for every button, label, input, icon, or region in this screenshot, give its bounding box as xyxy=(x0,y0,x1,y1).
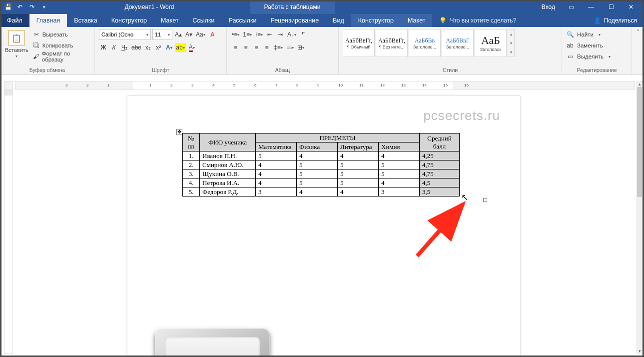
cell-fio[interactable]: Смирнов А.Ю. xyxy=(200,160,256,170)
tab-review[interactable]: Рецензирование xyxy=(264,14,326,27)
table-row[interactable]: 5.Федоров Р.Д.34433,5 xyxy=(183,188,460,196)
table-row[interactable]: 2.Смирнов А.Ю.45554,75 xyxy=(183,160,460,170)
multilevel-button[interactable]: ⁝≡ xyxy=(254,30,264,39)
cell-grade[interactable]: 4 xyxy=(379,178,420,188)
cell-fio[interactable]: Щукина О.В. xyxy=(200,170,256,178)
grow-font-button[interactable]: A▴ xyxy=(174,30,183,39)
font-color-button[interactable]: A xyxy=(187,43,196,52)
cell-num[interactable]: 5. xyxy=(183,188,200,196)
cell-grade[interactable]: 5 xyxy=(297,170,338,178)
share-button[interactable]: 👤 Поделиться xyxy=(587,14,644,27)
cell-fio[interactable]: Иванов П.Н. xyxy=(200,152,256,160)
font-size-combo[interactable]: 11▾ xyxy=(152,29,172,40)
cell-grade[interactable]: 4 xyxy=(338,188,379,196)
style-item-2[interactable]: АаБбВвЗаголово... xyxy=(409,29,441,57)
line-spacing-button[interactable]: ‡≡ xyxy=(273,43,284,52)
cell-fio[interactable]: Федоров Р.Д. xyxy=(200,188,256,196)
tab-design[interactable]: Конструктор xyxy=(104,14,154,27)
cell-grade[interactable]: 4 xyxy=(297,188,338,196)
tell-me[interactable]: 💡 Что вы хотите сделать? xyxy=(432,14,586,27)
vertical-scrollbar[interactable]: ▴ ▾ xyxy=(636,81,643,354)
indent-button[interactable]: ⇥ xyxy=(276,30,285,39)
outdent-button[interactable]: ⇤ xyxy=(265,30,274,39)
find-button[interactable]: 🔍Найти▾ xyxy=(566,29,611,40)
cell-grade[interactable]: 4 xyxy=(379,152,420,160)
highlight-button[interactable]: ab xyxy=(175,43,185,52)
table-row[interactable]: 1.Иванов П.Н.54444,25 xyxy=(183,152,460,160)
cell-grade[interactable]: 3 xyxy=(379,188,420,196)
undo-icon[interactable]: ↶ xyxy=(15,2,25,12)
horizontal-ruler[interactable]: 32112345678910111213141516 xyxy=(15,81,635,90)
cell-num[interactable]: 3. xyxy=(183,170,200,178)
cell-grade[interactable]: 5 xyxy=(297,160,338,170)
cell-grade[interactable]: 4 xyxy=(256,160,297,170)
cell-grade[interactable]: 5 xyxy=(297,178,338,188)
scroll-thumb[interactable] xyxy=(637,87,642,197)
vertical-ruler[interactable] xyxy=(4,90,13,354)
ribbon-options-icon[interactable]: ▭ xyxy=(561,0,581,14)
cell-avg[interactable]: 4,75 xyxy=(420,170,460,178)
tab-insert[interactable]: Вставка xyxy=(67,14,104,27)
cell-num[interactable]: 2. xyxy=(183,160,200,170)
scroll-down-icon[interactable]: ▾ xyxy=(636,348,643,354)
close-icon[interactable]: ✕ xyxy=(621,0,641,14)
tab-table-layout[interactable]: Макет xyxy=(401,14,432,27)
clear-format-button[interactable]: A̷ xyxy=(208,30,217,39)
grades-table[interactable]: № пп ФИО ученика ПРЕДМЕТЫ Средний балл М… xyxy=(182,133,460,196)
shading-button[interactable]: ▭ xyxy=(285,43,295,52)
numbering-button[interactable]: 1≡ xyxy=(242,30,253,39)
styles-more-button[interactable]: ▴▾▾ xyxy=(508,29,515,57)
cell-grade[interactable]: 5 xyxy=(256,152,297,160)
cell-avg[interactable]: 4,5 xyxy=(420,178,460,188)
cell-grade[interactable]: 5 xyxy=(338,178,379,188)
cell-grade[interactable]: 5 xyxy=(379,170,420,178)
maximize-icon[interactable]: ☐ xyxy=(601,0,621,14)
text-effects-button[interactable]: A xyxy=(164,43,173,52)
cell-num[interactable]: 1. xyxy=(183,152,200,160)
style-item-3[interactable]: АаБбВвГЗаголово... xyxy=(442,29,474,57)
cell-grade[interactable]: 5 xyxy=(338,170,379,178)
style-item-0[interactable]: АаБбВвГг,¶ Обычный xyxy=(343,29,375,57)
cell-num[interactable]: 4. xyxy=(183,178,200,188)
subscript-button[interactable]: x₂ xyxy=(143,43,152,52)
bold-button[interactable]: Ж xyxy=(99,43,108,52)
cell-avg[interactable]: 4,25 xyxy=(420,152,460,160)
login-link[interactable]: Вход xyxy=(536,4,561,10)
sort-button[interactable]: A↓ xyxy=(286,30,297,39)
cell-fio[interactable]: Петрова И.А. xyxy=(200,178,256,188)
align-right-button[interactable]: ≡ xyxy=(252,43,261,52)
redo-icon[interactable]: ↷ xyxy=(27,2,37,12)
cell-grade[interactable]: 5 xyxy=(338,160,379,170)
tab-mailings[interactable]: Рассылки xyxy=(221,14,263,27)
copy-button[interactable]: ⿻Копировать xyxy=(32,40,90,51)
style-item-1[interactable]: АаБбВвГг,¶ Без инте... xyxy=(376,29,408,57)
strike-button[interactable]: abc xyxy=(130,43,142,52)
page[interactable]: pcsecrets.ru ✥ № пп ФИО ученика ПРЕДМЕТЫ… xyxy=(127,96,520,356)
save-icon[interactable]: 💾 xyxy=(3,2,13,12)
paste-button[interactable]: 📋 Вставить ▾ xyxy=(4,29,29,60)
cell-grade[interactable]: 4 xyxy=(338,152,379,160)
underline-button[interactable]: Ч xyxy=(120,43,129,52)
change-case-button[interactable]: Aa xyxy=(195,30,206,39)
align-left-button[interactable]: ≡ xyxy=(231,43,240,52)
table-resize-handle[interactable] xyxy=(483,198,487,202)
cell-grade[interactable]: 4 xyxy=(256,178,297,188)
scroll-up-icon[interactable]: ▴ xyxy=(636,81,643,87)
select-button[interactable]: ▭Выделить▾ xyxy=(566,51,611,62)
cell-grade[interactable]: 4 xyxy=(256,170,297,178)
shrink-font-button[interactable]: A▾ xyxy=(184,30,193,39)
borders-button[interactable]: ⊞ xyxy=(296,43,305,52)
bullets-button[interactable]: •≡ xyxy=(231,30,240,39)
table-row[interactable]: 4.Петрова И.А.45544,5 xyxy=(183,178,460,188)
tab-view[interactable]: Вид xyxy=(326,14,351,27)
show-marks-button[interactable]: ¶ xyxy=(299,30,308,39)
replace-button[interactable]: abЗаменить xyxy=(566,40,611,51)
tab-references[interactable]: Ссылки xyxy=(185,14,221,27)
italic-button[interactable]: К xyxy=(109,43,118,52)
table-move-handle[interactable]: ✥ xyxy=(176,129,182,135)
justify-button[interactable]: ≡ xyxy=(262,43,271,52)
align-center-button[interactable]: ≡ xyxy=(241,43,250,52)
tab-table-design[interactable]: Конструктор xyxy=(351,14,401,27)
cell-grade[interactable]: 5 xyxy=(379,160,420,170)
cell-grade[interactable]: 3 xyxy=(256,188,297,196)
